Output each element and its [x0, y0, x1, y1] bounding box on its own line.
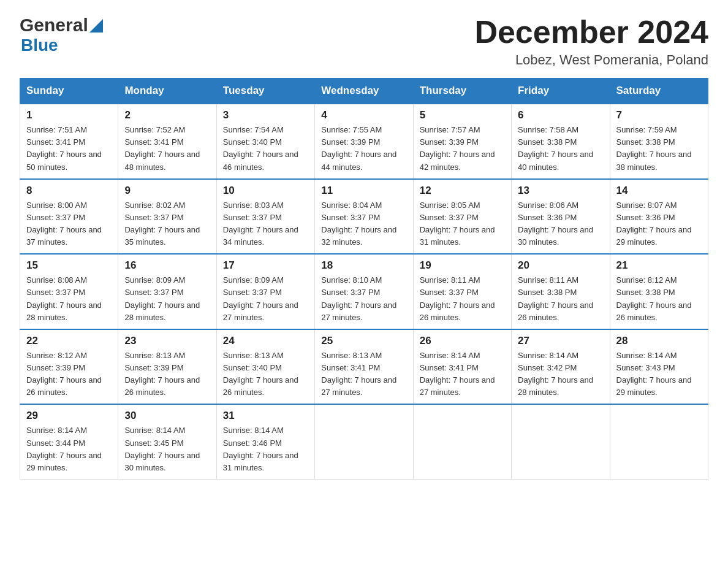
- table-row: 29 Sunrise: 8:14 AMSunset: 3:44 PMDaylig…: [20, 404, 118, 479]
- day-info: Sunrise: 7:59 AMSunset: 3:38 PMDaylight:…: [616, 125, 692, 171]
- table-row: 30 Sunrise: 8:14 AMSunset: 3:45 PMDaylig…: [118, 404, 216, 479]
- table-row: [315, 404, 413, 479]
- table-row: 16 Sunrise: 8:09 AMSunset: 3:37 PMDaylig…: [118, 254, 216, 329]
- table-row: 13 Sunrise: 8:06 AMSunset: 3:36 PMDaylig…: [512, 179, 610, 255]
- day-number: 8: [26, 185, 112, 197]
- day-info: Sunrise: 8:02 AMSunset: 3:37 PMDaylight:…: [124, 201, 200, 247]
- header-wednesday: Wednesday: [315, 79, 413, 104]
- week-row-4: 22 Sunrise: 8:12 AMSunset: 3:39 PMDaylig…: [20, 329, 708, 405]
- table-row: 6 Sunrise: 7:58 AMSunset: 3:38 PMDayligh…: [512, 104, 610, 179]
- header-friday: Friday: [512, 79, 610, 104]
- day-number: 24: [223, 335, 308, 347]
- day-info: Sunrise: 8:00 AMSunset: 3:37 PMDaylight:…: [26, 201, 102, 247]
- day-info: Sunrise: 8:03 AMSunset: 3:37 PMDaylight:…: [223, 201, 298, 247]
- day-info: Sunrise: 8:14 AMSunset: 3:46 PMDaylight:…: [223, 426, 298, 472]
- day-info: Sunrise: 8:14 AMSunset: 3:44 PMDaylight:…: [26, 426, 102, 472]
- table-row: [610, 404, 708, 479]
- day-number: 25: [321, 335, 406, 347]
- day-number: 16: [124, 259, 210, 272]
- header-tuesday: Tuesday: [216, 79, 314, 104]
- day-info: Sunrise: 8:05 AMSunset: 3:37 PMDaylight:…: [420, 201, 495, 247]
- table-row: 21 Sunrise: 8:12 AMSunset: 3:38 PMDaylig…: [610, 254, 708, 329]
- table-row: 12 Sunrise: 8:05 AMSunset: 3:37 PMDaylig…: [413, 179, 511, 255]
- table-row: 22 Sunrise: 8:12 AMSunset: 3:39 PMDaylig…: [20, 329, 118, 405]
- day-number: 19: [420, 259, 505, 272]
- day-info: Sunrise: 8:09 AMSunset: 3:37 PMDaylight:…: [124, 275, 200, 321]
- table-row: 1 Sunrise: 7:51 AMSunset: 3:41 PMDayligh…: [20, 104, 118, 179]
- day-number: 12: [420, 185, 505, 197]
- logo-blue-text: Blue: [21, 36, 103, 55]
- table-row: 24 Sunrise: 8:13 AMSunset: 3:40 PMDaylig…: [216, 329, 314, 405]
- day-info: Sunrise: 8:11 AMSunset: 3:38 PMDaylight:…: [518, 275, 593, 321]
- day-info: Sunrise: 7:54 AMSunset: 3:40 PMDaylight:…: [223, 125, 298, 171]
- day-info: Sunrise: 8:13 AMSunset: 3:41 PMDaylight:…: [321, 351, 396, 397]
- table-row: 8 Sunrise: 8:00 AMSunset: 3:37 PMDayligh…: [20, 179, 118, 255]
- day-number: 13: [518, 185, 603, 197]
- day-number: 20: [518, 259, 603, 272]
- day-info: Sunrise: 7:55 AMSunset: 3:39 PMDaylight:…: [321, 125, 396, 171]
- table-row: 10 Sunrise: 8:03 AMSunset: 3:37 PMDaylig…: [216, 179, 314, 255]
- week-row-3: 15 Sunrise: 8:08 AMSunset: 3:37 PMDaylig…: [20, 254, 708, 329]
- day-number: 18: [321, 259, 406, 272]
- header-saturday: Saturday: [610, 79, 708, 104]
- logo-general-text: General: [20, 15, 88, 36]
- table-row: 7 Sunrise: 7:59 AMSunset: 3:38 PMDayligh…: [610, 104, 708, 179]
- day-number: 22: [26, 335, 112, 347]
- day-info: Sunrise: 8:14 AMSunset: 3:45 PMDaylight:…: [124, 426, 200, 472]
- day-number: 7: [616, 109, 702, 121]
- day-info: Sunrise: 8:14 AMSunset: 3:42 PMDaylight:…: [518, 351, 593, 397]
- table-row: [413, 404, 511, 479]
- day-info: Sunrise: 8:14 AMSunset: 3:43 PMDaylight:…: [616, 351, 692, 397]
- table-row: 11 Sunrise: 8:04 AMSunset: 3:37 PMDaylig…: [315, 179, 413, 255]
- day-info: Sunrise: 8:13 AMSunset: 3:40 PMDaylight:…: [223, 351, 298, 397]
- table-row: 3 Sunrise: 7:54 AMSunset: 3:40 PMDayligh…: [216, 104, 314, 179]
- day-number: 29: [26, 410, 112, 422]
- day-info: Sunrise: 7:57 AMSunset: 3:39 PMDaylight:…: [420, 125, 495, 171]
- day-info: Sunrise: 8:08 AMSunset: 3:37 PMDaylight:…: [26, 275, 102, 321]
- week-row-5: 29 Sunrise: 8:14 AMSunset: 3:44 PMDaylig…: [20, 404, 708, 479]
- day-number: 17: [223, 259, 308, 272]
- day-info: Sunrise: 8:09 AMSunset: 3:37 PMDaylight:…: [223, 275, 298, 321]
- day-number: 3: [223, 109, 308, 121]
- page-header: General Blue December 2024 Lobez, West P…: [20, 15, 708, 68]
- day-info: Sunrise: 8:13 AMSunset: 3:39 PMDaylight:…: [124, 351, 200, 397]
- day-number: 27: [518, 335, 603, 347]
- title-section: December 2024 Lobez, West Pomerania, Pol…: [474, 15, 708, 68]
- day-number: 1: [26, 109, 112, 121]
- table-row: 2 Sunrise: 7:52 AMSunset: 3:41 PMDayligh…: [118, 104, 216, 179]
- day-number: 4: [321, 109, 406, 121]
- day-number: 31: [223, 410, 308, 422]
- day-info: Sunrise: 8:06 AMSunset: 3:36 PMDaylight:…: [518, 201, 593, 247]
- table-row: 26 Sunrise: 8:14 AMSunset: 3:41 PMDaylig…: [413, 329, 511, 405]
- day-info: Sunrise: 7:52 AMSunset: 3:41 PMDaylight:…: [124, 125, 200, 171]
- day-info: Sunrise: 7:51 AMSunset: 3:41 PMDaylight:…: [26, 125, 102, 171]
- location: Lobez, West Pomerania, Poland: [474, 52, 708, 68]
- logo: General Blue: [20, 15, 103, 55]
- table-row: [512, 404, 610, 479]
- day-info: Sunrise: 8:11 AMSunset: 3:37 PMDaylight:…: [420, 275, 495, 321]
- table-row: 25 Sunrise: 8:13 AMSunset: 3:41 PMDaylig…: [315, 329, 413, 405]
- week-row-1: 1 Sunrise: 7:51 AMSunset: 3:41 PMDayligh…: [20, 104, 708, 179]
- table-row: 4 Sunrise: 7:55 AMSunset: 3:39 PMDayligh…: [315, 104, 413, 179]
- day-number: 5: [420, 109, 505, 121]
- day-number: 9: [124, 185, 210, 197]
- table-row: 27 Sunrise: 8:14 AMSunset: 3:42 PMDaylig…: [512, 329, 610, 405]
- day-info: Sunrise: 8:14 AMSunset: 3:41 PMDaylight:…: [420, 351, 495, 397]
- day-info: Sunrise: 8:04 AMSunset: 3:37 PMDaylight:…: [321, 201, 396, 247]
- table-row: 19 Sunrise: 8:11 AMSunset: 3:37 PMDaylig…: [413, 254, 511, 329]
- day-number: 6: [518, 109, 603, 121]
- header-monday: Monday: [118, 79, 216, 104]
- header-sunday: Sunday: [20, 79, 118, 104]
- table-row: 15 Sunrise: 8:08 AMSunset: 3:37 PMDaylig…: [20, 254, 118, 329]
- table-row: 31 Sunrise: 8:14 AMSunset: 3:46 PMDaylig…: [216, 404, 314, 479]
- day-number: 11: [321, 185, 406, 197]
- calendar-header-row: Sunday Monday Tuesday Wednesday Thursday…: [20, 79, 708, 104]
- day-info: Sunrise: 8:07 AMSunset: 3:36 PMDaylight:…: [616, 201, 692, 247]
- logo-triangle-icon: [89, 19, 103, 33]
- day-number: 10: [223, 185, 308, 197]
- table-row: 14 Sunrise: 8:07 AMSunset: 3:36 PMDaylig…: [610, 179, 708, 255]
- day-info: Sunrise: 8:10 AMSunset: 3:37 PMDaylight:…: [321, 275, 396, 321]
- day-number: 26: [420, 335, 505, 347]
- day-number: 30: [124, 410, 210, 422]
- day-number: 14: [616, 185, 702, 197]
